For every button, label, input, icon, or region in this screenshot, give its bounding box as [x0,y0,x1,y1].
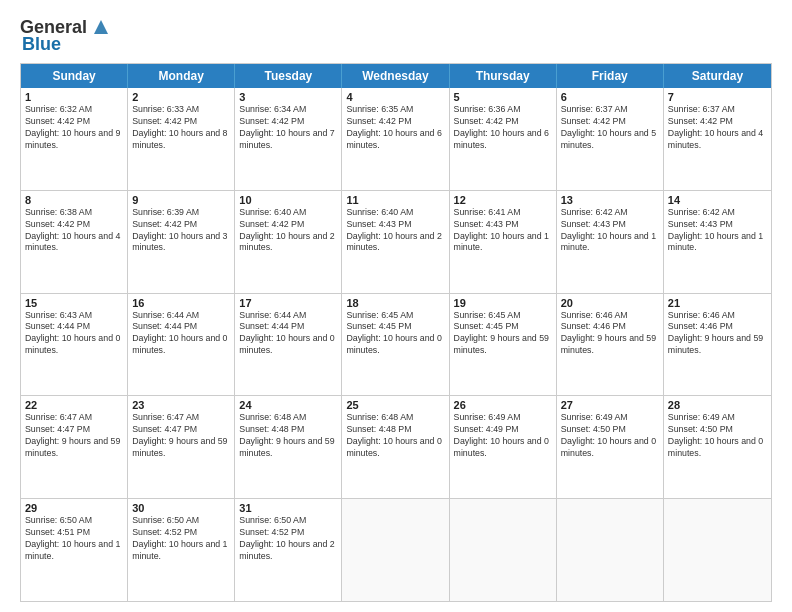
cell-info: Sunrise: 6:44 AMSunset: 4:44 PMDaylight:… [239,310,337,358]
cell-info: Sunrise: 6:45 AMSunset: 4:45 PMDaylight:… [454,310,552,358]
header-day-tuesday: Tuesday [235,64,342,88]
cell-info: Sunrise: 6:48 AMSunset: 4:48 PMDaylight:… [239,412,337,460]
day-number: 12 [454,194,552,206]
cell-info: Sunrise: 6:49 AMSunset: 4:49 PMDaylight:… [454,412,552,460]
calendar-cell: 11Sunrise: 6:40 AMSunset: 4:43 PMDayligh… [342,191,449,293]
cell-info: Sunrise: 6:37 AMSunset: 4:42 PMDaylight:… [561,104,659,152]
calendar-cell: 9Sunrise: 6:39 AMSunset: 4:42 PMDaylight… [128,191,235,293]
calendar-cell: 8Sunrise: 6:38 AMSunset: 4:42 PMDaylight… [21,191,128,293]
day-number: 23 [132,399,230,411]
cell-info: Sunrise: 6:43 AMSunset: 4:44 PMDaylight:… [25,310,123,358]
calendar-cell: 4Sunrise: 6:35 AMSunset: 4:42 PMDaylight… [342,88,449,190]
day-number: 31 [239,502,337,514]
cell-info: Sunrise: 6:32 AMSunset: 4:42 PMDaylight:… [25,104,123,152]
day-number: 15 [25,297,123,309]
day-number: 24 [239,399,337,411]
day-number: 30 [132,502,230,514]
calendar-row-4: 22Sunrise: 6:47 AMSunset: 4:47 PMDayligh… [21,396,771,499]
calendar-cell: 29Sunrise: 6:50 AMSunset: 4:51 PMDayligh… [21,499,128,601]
day-number: 8 [25,194,123,206]
calendar-body: 1Sunrise: 6:32 AMSunset: 4:42 PMDaylight… [21,88,771,601]
logo-icon [90,16,112,38]
svg-marker-0 [94,20,108,34]
calendar-cell: 20Sunrise: 6:46 AMSunset: 4:46 PMDayligh… [557,294,664,396]
cell-info: Sunrise: 6:45 AMSunset: 4:45 PMDaylight:… [346,310,444,358]
calendar-cell: 17Sunrise: 6:44 AMSunset: 4:44 PMDayligh… [235,294,342,396]
day-number: 2 [132,91,230,103]
header: General Blue [20,16,772,55]
day-number: 18 [346,297,444,309]
calendar-cell: 1Sunrise: 6:32 AMSunset: 4:42 PMDaylight… [21,88,128,190]
day-number: 10 [239,194,337,206]
cell-info: Sunrise: 6:49 AMSunset: 4:50 PMDaylight:… [561,412,659,460]
calendar-cell: 14Sunrise: 6:42 AMSunset: 4:43 PMDayligh… [664,191,771,293]
cell-info: Sunrise: 6:50 AMSunset: 4:52 PMDaylight:… [132,515,230,563]
cell-info: Sunrise: 6:39 AMSunset: 4:42 PMDaylight:… [132,207,230,255]
day-number: 19 [454,297,552,309]
calendar-cell: 12Sunrise: 6:41 AMSunset: 4:43 PMDayligh… [450,191,557,293]
cell-info: Sunrise: 6:40 AMSunset: 4:43 PMDaylight:… [346,207,444,255]
calendar-cell: 30Sunrise: 6:50 AMSunset: 4:52 PMDayligh… [128,499,235,601]
cell-info: Sunrise: 6:44 AMSunset: 4:44 PMDaylight:… [132,310,230,358]
calendar-cell: 26Sunrise: 6:49 AMSunset: 4:49 PMDayligh… [450,396,557,498]
calendar-cell: 31Sunrise: 6:50 AMSunset: 4:52 PMDayligh… [235,499,342,601]
day-number: 9 [132,194,230,206]
header-day-thursday: Thursday [450,64,557,88]
calendar-cell: 28Sunrise: 6:49 AMSunset: 4:50 PMDayligh… [664,396,771,498]
day-number: 14 [668,194,767,206]
page: General Blue SundayMondayTuesdayWednesda… [0,0,792,612]
cell-info: Sunrise: 6:38 AMSunset: 4:42 PMDaylight:… [25,207,123,255]
cell-info: Sunrise: 6:34 AMSunset: 4:42 PMDaylight:… [239,104,337,152]
calendar-cell: 21Sunrise: 6:46 AMSunset: 4:46 PMDayligh… [664,294,771,396]
calendar-cell: 10Sunrise: 6:40 AMSunset: 4:42 PMDayligh… [235,191,342,293]
day-number: 25 [346,399,444,411]
calendar-cell [450,499,557,601]
day-number: 16 [132,297,230,309]
cell-info: Sunrise: 6:35 AMSunset: 4:42 PMDaylight:… [346,104,444,152]
header-day-wednesday: Wednesday [342,64,449,88]
cell-info: Sunrise: 6:47 AMSunset: 4:47 PMDaylight:… [25,412,123,460]
calendar-row-1: 1Sunrise: 6:32 AMSunset: 4:42 PMDaylight… [21,88,771,191]
cell-info: Sunrise: 6:33 AMSunset: 4:42 PMDaylight:… [132,104,230,152]
day-number: 3 [239,91,337,103]
day-number: 27 [561,399,659,411]
calendar-cell: 15Sunrise: 6:43 AMSunset: 4:44 PMDayligh… [21,294,128,396]
cell-info: Sunrise: 6:50 AMSunset: 4:52 PMDaylight:… [239,515,337,563]
day-number: 26 [454,399,552,411]
cell-info: Sunrise: 6:41 AMSunset: 4:43 PMDaylight:… [454,207,552,255]
cell-info: Sunrise: 6:50 AMSunset: 4:51 PMDaylight:… [25,515,123,563]
cell-info: Sunrise: 6:42 AMSunset: 4:43 PMDaylight:… [668,207,767,255]
calendar-cell [664,499,771,601]
logo-blue-text: Blue [22,34,61,55]
day-number: 4 [346,91,444,103]
calendar-cell: 7Sunrise: 6:37 AMSunset: 4:42 PMDaylight… [664,88,771,190]
cell-info: Sunrise: 6:42 AMSunset: 4:43 PMDaylight:… [561,207,659,255]
calendar-cell: 24Sunrise: 6:48 AMSunset: 4:48 PMDayligh… [235,396,342,498]
calendar-cell [342,499,449,601]
calendar-row-2: 8Sunrise: 6:38 AMSunset: 4:42 PMDaylight… [21,191,771,294]
day-number: 28 [668,399,767,411]
calendar: SundayMondayTuesdayWednesdayThursdayFrid… [20,63,772,602]
cell-info: Sunrise: 6:48 AMSunset: 4:48 PMDaylight:… [346,412,444,460]
day-number: 11 [346,194,444,206]
cell-info: Sunrise: 6:47 AMSunset: 4:47 PMDaylight:… [132,412,230,460]
day-number: 17 [239,297,337,309]
calendar-cell: 22Sunrise: 6:47 AMSunset: 4:47 PMDayligh… [21,396,128,498]
cell-info: Sunrise: 6:37 AMSunset: 4:42 PMDaylight:… [668,104,767,152]
day-number: 21 [668,297,767,309]
day-number: 20 [561,297,659,309]
day-number: 1 [25,91,123,103]
cell-info: Sunrise: 6:36 AMSunset: 4:42 PMDaylight:… [454,104,552,152]
calendar-cell: 13Sunrise: 6:42 AMSunset: 4:43 PMDayligh… [557,191,664,293]
day-number: 22 [25,399,123,411]
header-day-monday: Monday [128,64,235,88]
calendar-cell: 23Sunrise: 6:47 AMSunset: 4:47 PMDayligh… [128,396,235,498]
day-number: 6 [561,91,659,103]
cell-info: Sunrise: 6:40 AMSunset: 4:42 PMDaylight:… [239,207,337,255]
day-number: 7 [668,91,767,103]
calendar-row-3: 15Sunrise: 6:43 AMSunset: 4:44 PMDayligh… [21,294,771,397]
calendar-cell: 19Sunrise: 6:45 AMSunset: 4:45 PMDayligh… [450,294,557,396]
calendar-cell: 2Sunrise: 6:33 AMSunset: 4:42 PMDaylight… [128,88,235,190]
logo: General Blue [20,16,112,55]
header-day-sunday: Sunday [21,64,128,88]
